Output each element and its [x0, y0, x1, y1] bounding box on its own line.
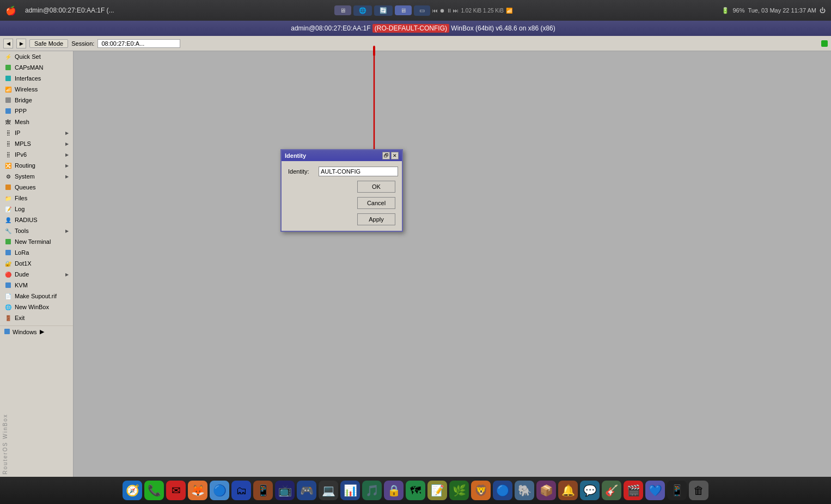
sidebar-item-interfaces[interactable]: Interfaces: [0, 73, 73, 84]
dock-trash[interactable]: 🗑: [689, 481, 708, 500]
mac-topbar: 🍎 admin@08:00:27:E0:AA:1F (... 🖥 🌐 🔄 🖥 ▭…: [0, 0, 831, 21]
sidebar-label-files: Files: [15, 195, 27, 201]
dot1x-icon: 🔐: [4, 260, 12, 267]
sidebar-label-log: Log: [15, 206, 25, 212]
ipv6-icon: ⣿: [4, 151, 12, 158]
sidebar-label-routing: Routing: [15, 162, 35, 169]
sidebar-item-radius[interactable]: 👤 RADIUS: [0, 214, 73, 225]
sidebar-item-queues[interactable]: Queues: [0, 182, 73, 193]
safe-mode-button[interactable]: Safe Mode: [29, 39, 68, 48]
sidebar-item-kvm[interactable]: KVM: [0, 280, 73, 291]
windows-icon: [4, 329, 10, 335]
dock-app9[interactable]: 📦: [536, 481, 556, 500]
dock-discord[interactable]: 💙: [645, 481, 665, 500]
dock-app6[interactable]: 🌿: [449, 481, 469, 500]
dock-files[interactable]: 🗂: [231, 481, 251, 500]
interfaces-icon: [4, 75, 12, 82]
dock-notification[interactable]: 🔔: [558, 481, 578, 500]
session-input[interactable]: [97, 39, 180, 48]
session-bar: ◀ ▶ Safe Mode Session:: [0, 36, 831, 51]
dialog-restore-btn[interactable]: 🗗: [382, 152, 390, 159]
sidebar-item-ppp[interactable]: PPP: [0, 106, 73, 116]
tab-3[interactable]: 🔄: [374, 5, 393, 16]
dialog-titlebar: Identity 🗗 ✕: [282, 150, 402, 161]
sidebar-item-make-supout[interactable]: 📄 Make Supout.rif: [0, 291, 73, 302]
sidebar-item-ip[interactable]: ⣿ IP ▶: [0, 127, 73, 138]
sidebar-label-queues: Queues: [15, 184, 36, 190]
sidebar-item-files[interactable]: 📁 Files: [0, 193, 73, 204]
dock-messages[interactable]: 💬: [580, 481, 600, 500]
sidebar-item-ipv6[interactable]: ⣿ IPv6 ▶: [0, 149, 73, 160]
sidebar: ⚡ Quick Set CAPsMAN Interfaces 📶 Wireles…: [0, 51, 74, 477]
dock-app4[interactable]: 🎮: [297, 481, 316, 500]
dock-music[interactable]: 🎸: [602, 481, 621, 500]
sidebar-item-routing[interactable]: 🔀 Routing ▶: [0, 160, 73, 171]
sidebar-item-quickset[interactable]: ⚡ Quick Set: [0, 51, 73, 62]
dock-terminal[interactable]: 💻: [319, 481, 338, 500]
dock-notes[interactable]: 📝: [427, 481, 447, 500]
identity-field-input[interactable]: [319, 167, 398, 176]
dock-gitkraken[interactable]: 🎵: [362, 481, 382, 500]
battery-percent: 96%: [732, 7, 744, 14]
dialog-controls: 🗗 ✕: [382, 152, 399, 159]
dock-chrome[interactable]: 🔵: [210, 481, 229, 500]
quickset-icon: ⚡: [4, 53, 12, 60]
dock-youtube[interactable]: 🎬: [624, 481, 643, 500]
dock-brave[interactable]: 🦁: [471, 481, 491, 500]
sidebar-item-mpls[interactable]: ⣿ MPLS ▶: [0, 138, 73, 149]
identity-dialog: Identity 🗗 ✕ Identity: OK Cancel: [280, 149, 403, 232]
dock-phone[interactable]: 📞: [144, 481, 164, 500]
sidebar-item-new-terminal[interactable]: New Terminal: [0, 236, 73, 247]
nav-back-btn[interactable]: ◀: [3, 39, 13, 48]
tab-2[interactable]: 🌐: [353, 5, 372, 16]
queues-icon: [4, 183, 12, 191]
sidebar-item-dude[interactable]: 🔴 Dude ▶: [0, 269, 73, 280]
sidebar-label-kvm: KVM: [15, 282, 28, 288]
sidebar-label-ppp: PPP: [15, 108, 27, 114]
mpls-icon: ⣿: [4, 140, 12, 147]
cancel-button[interactable]: Cancel: [357, 197, 395, 209]
apple-icon[interactable]: 🍎: [5, 5, 16, 16]
dock-safari[interactable]: 🧭: [123, 481, 142, 500]
sidebar-item-lora[interactable]: LoRa: [0, 247, 73, 258]
dock-app3[interactable]: 📺: [275, 481, 295, 500]
sidebar-item-mesh[interactable]: 🕸 Mesh: [0, 116, 73, 127]
tab-1[interactable]: 🖥: [334, 5, 351, 15]
sidebar-label-ipv6: IPv6: [15, 151, 27, 158]
tab-5[interactable]: ▭: [414, 5, 430, 16]
kvm-icon: [4, 281, 12, 289]
tab-4[interactable]: 🖥: [395, 5, 412, 15]
apply-button[interactable]: Apply: [357, 213, 395, 225]
dock-app2[interactable]: 📱: [253, 481, 273, 500]
routeros-winbox-label: RouterOS WinBox: [0, 411, 10, 477]
new-winbox-icon: 🌐: [4, 303, 12, 311]
sidebar-label-ip: IP: [15, 130, 20, 136]
dock-app1[interactable]: ✉: [166, 481, 186, 500]
dialog-button-row-3: Apply: [288, 213, 395, 225]
sidebar-item-tools[interactable]: 🔧 Tools ▶: [0, 225, 73, 236]
sidebar-item-exit[interactable]: 🚪 Exit: [0, 312, 73, 323]
sidebar-item-system[interactable]: ⚙ System ▶: [0, 171, 73, 182]
sidebar-item-log[interactable]: 📝 Log: [0, 204, 73, 214]
sidebar-item-capsman[interactable]: CAPsMAN: [0, 62, 73, 73]
nav-forward-btn[interactable]: ▶: [16, 39, 26, 48]
ip-icon: ⣿: [4, 129, 12, 137]
sidebar-item-windows[interactable]: Windows ▶: [0, 325, 73, 337]
dialog-close-btn[interactable]: ✕: [391, 152, 399, 159]
dock-app5[interactable]: 🔒: [384, 481, 404, 500]
dude-icon: 🔴: [4, 271, 12, 278]
dock-app7[interactable]: 🔵: [493, 481, 512, 500]
dock-app8[interactable]: 🐘: [515, 481, 534, 500]
dock-app10[interactable]: 📱: [667, 481, 687, 500]
dialog-button-row-1: OK: [288, 181, 395, 193]
routing-arrow: ▶: [65, 163, 69, 168]
ok-button[interactable]: OK: [357, 181, 395, 193]
dock-maps[interactable]: 🗺: [406, 481, 425, 500]
dock-code[interactable]: 📊: [340, 481, 360, 500]
sidebar-item-dot1x[interactable]: 🔐 Dot1X: [0, 258, 73, 269]
sidebar-item-new-winbox[interactable]: 🌐 New WinBox: [0, 302, 73, 312]
network-stats: 1.02 KiB 1.25 KiB: [461, 8, 503, 14]
sidebar-item-wireless[interactable]: 📶 Wireless: [0, 84, 73, 95]
dock-firefox[interactable]: 🦊: [188, 481, 207, 500]
sidebar-item-bridge[interactable]: Bridge: [0, 95, 73, 106]
